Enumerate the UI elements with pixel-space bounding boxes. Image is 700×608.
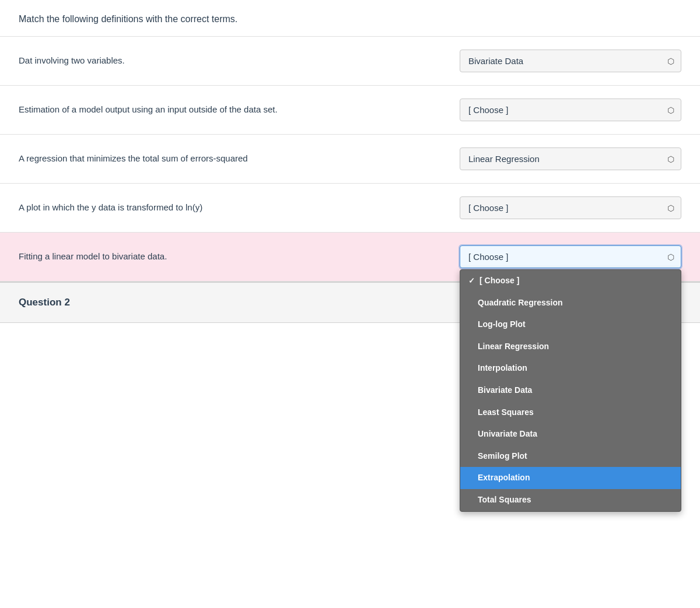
answer-select[interactable]: Bivariate Data Quadratic Regression Log-… (460, 50, 681, 72)
dropdown-item-label: Bivariate Data (478, 385, 532, 396)
dropdown-item[interactable]: Interpolation (460, 357, 681, 379)
matching-table: Dat involving two variables. Bivariate D… (0, 37, 700, 282)
definition-text: Fitting a linear model to bivariate data… (19, 250, 460, 263)
dropdown-item-label: Least Squares (478, 407, 534, 419)
matching-row: A regression that minimizes the total su… (0, 135, 700, 184)
answer-select[interactable]: [ Choose ] Quadratic Regression Log-log … (460, 147, 681, 170)
answer-select[interactable]: [ Choose ] Quadratic Regression Log-log … (460, 99, 681, 121)
definition-text: Estimation of a model output using an in… (19, 103, 460, 117)
select-wrapper: [ Choose ] Quadratic Regression Log-log … (460, 99, 681, 121)
question2-title: Question 2 (19, 297, 70, 308)
instruction-text: Match the following definitions with the… (19, 14, 237, 24)
select-wrapper-open: [ Choose ] ⬡ [ Choose ] Quadratic Regres… (460, 245, 681, 268)
matching-row: A plot in which the y data is transforme… (0, 184, 700, 233)
dropdown-item-label: Extrapolation (478, 472, 530, 484)
dropdown-item-label: Total Squares (478, 494, 531, 506)
dropdown-item[interactable]: Log-log Plot (460, 314, 681, 336)
dropdown-item[interactable]: [ Choose ] (460, 270, 681, 292)
dropdown-item[interactable]: Semilog Plot (460, 445, 681, 468)
dropdown-item-label: Interpolation (478, 363, 527, 374)
answer-select-open[interactable]: [ Choose ] (460, 245, 681, 268)
definition-text: A regression that minimizes the total su… (19, 152, 460, 166)
dropdown-item-label: Univariate Data (478, 428, 537, 440)
matching-row: Dat involving two variables. Bivariate D… (0, 37, 700, 86)
dropdown-item[interactable]: Quadratic Regression (460, 292, 681, 314)
dropdown-item[interactable]: Linear Regression (460, 336, 681, 358)
matching-row: Estimation of a model output using an in… (0, 86, 700, 135)
dropdown-item-label: [ Choose ] (480, 275, 519, 287)
dropdown-item[interactable]: Bivariate Data (460, 379, 681, 402)
dropdown-item-label: Semilog Plot (478, 451, 527, 462)
dropdown-menu: [ Choose ] Quadratic Regression Log-log … (460, 269, 681, 512)
select-wrapper: Bivariate Data Quadratic Regression Log-… (460, 50, 681, 72)
dropdown-item[interactable]: Least Squares (460, 402, 681, 424)
dropdown-item[interactable]: Total Squares (460, 489, 681, 511)
select-wrapper: [ Choose ] Quadratic Regression Log-log … (460, 147, 681, 170)
matching-row-highlighted: Fitting a linear model to bivariate data… (0, 233, 700, 282)
answer-select[interactable]: [ Choose ] Quadratic Regression Log-log … (460, 196, 681, 219)
select-wrapper: [ Choose ] Quadratic Regression Log-log … (460, 196, 681, 219)
dropdown-item-label: Linear Regression (478, 341, 549, 353)
definition-text: A plot in which the y data is transforme… (19, 201, 460, 215)
dropdown-item-label: Log-log Plot (478, 319, 526, 331)
question-header: Match the following definitions with the… (0, 0, 700, 37)
dropdown-item[interactable]: Univariate Data (460, 423, 681, 445)
definition-text: Dat involving two variables. (19, 54, 460, 68)
dropdown-item-selected[interactable]: Extrapolation (460, 467, 681, 489)
dropdown-item-label: Quadratic Regression (478, 297, 563, 309)
page-container: Match the following definitions with the… (0, 0, 700, 608)
